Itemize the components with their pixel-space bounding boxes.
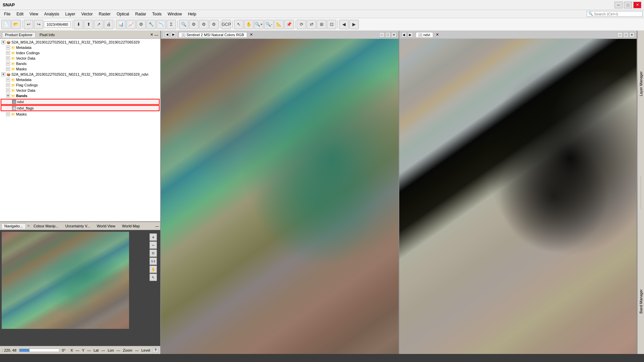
- expand-icon-meta2[interactable]: +: [6, 78, 10, 82]
- maximize-button[interactable]: □: [624, 2, 632, 8]
- nav-close-icon[interactable]: ✕: [27, 224, 30, 228]
- gcp-button[interactable]: GCP: [222, 20, 231, 29]
- import-button[interactable]: ⬇: [74, 20, 83, 29]
- zoom3-btn[interactable]: ⚙: [199, 20, 209, 29]
- panel1-prev[interactable]: ◀: [164, 32, 170, 37]
- minimize-button[interactable]: ─: [614, 2, 623, 8]
- tab-panel1[interactable]: [1] Sentinel 2 MSI Natural Colors RGB: [179, 32, 247, 37]
- menu-file[interactable]: File: [1, 11, 13, 17]
- tree-item-metadata2[interactable]: + 📁 Metadata: [1, 77, 160, 82]
- expand-icon-vd1[interactable]: +: [6, 56, 10, 60]
- menu-optical[interactable]: Optical: [114, 11, 132, 17]
- layer-manager-label[interactable]: Layer Manager: [638, 69, 644, 99]
- menu-edit[interactable]: Edit: [14, 11, 26, 17]
- menu-analysis[interactable]: Analysis: [42, 11, 62, 17]
- panel1-full[interactable]: ✕: [391, 32, 397, 38]
- undo-button[interactable]: ↩: [24, 20, 33, 29]
- zoomout-button[interactable]: 🔍-: [264, 20, 274, 29]
- tab-colour-manip[interactable]: Colour Manip...: [31, 223, 62, 229]
- panel1-minimize[interactable]: ─: [379, 32, 385, 38]
- panel2-close[interactable]: ✕: [436, 32, 439, 37]
- pe-minimize-button[interactable]: —: [155, 33, 158, 37]
- redo-button[interactable]: ↪: [34, 20, 43, 29]
- panel1-close[interactable]: ✕: [250, 32, 253, 37]
- panel1-maximize[interactable]: □: [385, 32, 391, 38]
- tree-item-ndvi[interactable]: ndvi: [1, 99, 160, 105]
- tab-world-view[interactable]: World View: [94, 223, 118, 229]
- zoomin-button[interactable]: 🔍+: [254, 20, 264, 29]
- tree-item-bands2[interactable]: ▼ 📁 Bands: [1, 93, 160, 98]
- pe-close-button[interactable]: ✕: [150, 32, 153, 37]
- zoom-btn[interactable]: 🔍: [179, 20, 188, 29]
- nav-zoom-in[interactable]: +: [150, 233, 157, 241]
- menu-tools[interactable]: Tools: [150, 11, 164, 17]
- tab-world-map[interactable]: World Map: [119, 223, 143, 229]
- tree-item-metadata1[interactable]: + 📁 Metadata: [1, 45, 160, 50]
- more1-button[interactable]: ◀: [339, 20, 349, 29]
- new-button[interactable]: 📄: [1, 20, 11, 29]
- measure-button[interactable]: 📐: [274, 20, 284, 29]
- tree-item-flagcodings[interactable]: + 📁 Flag Codings: [1, 82, 160, 88]
- tool6-button[interactable]: Σ: [167, 20, 176, 29]
- menu-help[interactable]: Help: [185, 11, 199, 17]
- expand-icon-vd2[interactable]: +: [6, 88, 10, 92]
- sync-button[interactable]: ⟳: [297, 20, 306, 29]
- panel2-maximize[interactable]: □: [623, 32, 629, 38]
- tree-item-dataset1[interactable]: ▼ 📦 S2A_MSIL2A_20190122T025021_N0211_R13…: [1, 40, 160, 45]
- tool3-button[interactable]: ⚙: [136, 20, 146, 29]
- expand-icon-b2[interactable]: ▼: [6, 94, 10, 98]
- print-button[interactable]: 🖨: [104, 20, 113, 29]
- expand-icon-b1[interactable]: +: [6, 62, 10, 66]
- tab-pixel-info[interactable]: Pixel Info: [37, 32, 57, 37]
- tab-product-explorer[interactable]: Product Explorer: [2, 32, 36, 38]
- export-button[interactable]: ⬆: [84, 20, 93, 29]
- tree-item-ndvi-flags[interactable]: ndvi_flags: [1, 105, 160, 111]
- tab-panel2[interactable]: [2] ndvi: [416, 32, 433, 37]
- nav-zoom-fit[interactable]: ⊡: [150, 249, 157, 257]
- pan-button[interactable]: ✋: [244, 20, 253, 29]
- tool4-button[interactable]: 🔧: [147, 20, 156, 29]
- tool5-button[interactable]: 📉: [157, 20, 166, 29]
- tree-item-indexcodings[interactable]: + 📁 Index Codings: [1, 50, 160, 56]
- zoom4-btn[interactable]: ⚙: [209, 20, 219, 29]
- pin-button[interactable]: 📌: [284, 20, 294, 29]
- help-button[interactable]: ?: [153, 348, 158, 353]
- search-box[interactable]: 🔍: [587, 11, 643, 17]
- select-button[interactable]: ↖: [234, 20, 243, 29]
- close-button[interactable]: ✕: [633, 2, 641, 8]
- menu-layer[interactable]: Layer: [63, 11, 78, 17]
- tree-item-masks1[interactable]: + 📁 Masks: [1, 66, 160, 72]
- menu-view[interactable]: View: [27, 11, 41, 17]
- nav-pan-tool[interactable]: ✋: [150, 266, 157, 273]
- grid-button[interactable]: ⊞: [317, 20, 326, 29]
- more2-button[interactable]: ▶: [349, 20, 359, 29]
- expand-icon-meta1[interactable]: +: [6, 46, 10, 50]
- expand-icon-ic[interactable]: +: [6, 51, 10, 55]
- tool2-button[interactable]: 📈: [126, 20, 136, 29]
- tree-item-dataset2[interactable]: ▼ 📦 S2A_MSIL2A_20190122T025021_N0211_R13…: [1, 72, 160, 77]
- expand-icon-m1[interactable]: +: [6, 67, 10, 71]
- expand-icon-m2[interactable]: +: [6, 112, 10, 116]
- expand-icon-2[interactable]: ▼: [1, 72, 5, 76]
- nav-zoom-actual[interactable]: 1:1: [150, 258, 157, 265]
- menu-radar[interactable]: Radar: [132, 11, 149, 17]
- grid2-button[interactable]: ⊡: [327, 20, 336, 29]
- expand-icon-1[interactable]: ▼: [1, 40, 5, 44]
- nav-minimize-button[interactable]: —: [155, 224, 159, 228]
- band-manager-label[interactable]: Band Manager: [638, 287, 644, 316]
- panel2-next[interactable]: ▶: [408, 32, 413, 38]
- export2-button[interactable]: ↗: [94, 20, 103, 29]
- tree-item-vectordata2[interactable]: + 📁 Vector Data: [1, 88, 160, 93]
- panel2-full[interactable]: ✕: [629, 32, 635, 38]
- sync2-button[interactable]: ⇄: [307, 20, 316, 29]
- nav-cursor-tool[interactable]: ↖: [150, 274, 157, 281]
- panel2-prev[interactable]: ◀: [401, 32, 407, 38]
- menu-window[interactable]: Window: [165, 11, 185, 17]
- tool1-button[interactable]: 📊: [116, 20, 126, 29]
- zoom2-btn[interactable]: ⚙: [189, 20, 198, 29]
- menu-raster[interactable]: Raster: [96, 11, 113, 17]
- panel1-next[interactable]: ▶: [171, 32, 176, 37]
- nav-zoom-out[interactable]: −: [150, 241, 157, 249]
- menu-vector[interactable]: Vector: [79, 11, 96, 17]
- tab-navigation[interactable]: Navigatio...: [1, 223, 26, 229]
